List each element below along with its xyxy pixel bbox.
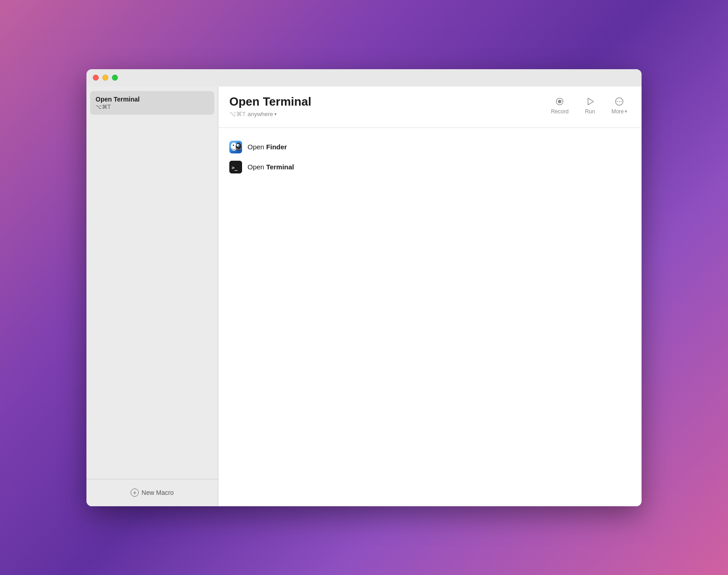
app-window: Open Terminal ⌥⌘T + New Macro Open Termi…: [86, 69, 642, 506]
maximize-button[interactable]: [112, 75, 118, 81]
sidebar-footer: + New Macro: [86, 479, 218, 506]
sidebar-item-shortcut: ⌥⌘T: [96, 104, 209, 110]
record-icon: [555, 97, 565, 107]
macro-title-area: Open Terminal ⌥⌘T anywhere ▾: [229, 95, 311, 117]
main-header: Open Terminal ⌥⌘T anywhere ▾: [218, 87, 642, 128]
macro-title: Open Terminal: [229, 95, 311, 109]
more-label: More: [612, 108, 624, 115]
svg-point-6: [621, 101, 622, 102]
close-button[interactable]: [93, 75, 99, 81]
svg-point-1: [558, 100, 561, 103]
plus-circle-icon: +: [131, 488, 139, 497]
minimize-button[interactable]: [102, 75, 108, 81]
svg-point-4: [617, 101, 618, 102]
svg-point-5: [619, 101, 620, 102]
run-button[interactable]: Run: [581, 95, 599, 117]
record-label: Record: [551, 108, 569, 115]
svg-text:>_: >_: [232, 165, 238, 171]
sidebar-list: Open Terminal ⌥⌘T: [86, 87, 218, 479]
svg-point-13: [238, 144, 239, 146]
step-open-finder[interactable]: Open Finder: [229, 137, 631, 157]
run-icon: [585, 97, 595, 107]
sidebar-item-name: Open Terminal: [96, 96, 209, 103]
terminal-icon: >_: [229, 161, 242, 173]
finder-icon: [229, 141, 242, 153]
more-icon: [614, 97, 624, 107]
chevron-down-icon: ▾: [274, 112, 277, 117]
new-macro-button[interactable]: + New Macro: [124, 485, 180, 500]
sidebar: Open Terminal ⌥⌘T + New Macro: [86, 87, 218, 506]
steps-area: Open Finder >_ Open Terminal: [218, 128, 642, 506]
anywhere-label: anywhere: [248, 111, 273, 117]
header-actions: Record Run: [547, 95, 631, 122]
finder-app-icon: [229, 141, 242, 153]
step-open-terminal[interactable]: >_ Open Terminal: [229, 157, 631, 177]
terminal-app-icon: >_: [229, 161, 242, 173]
more-chevron-icon: ▾: [625, 109, 627, 114]
anywhere-dropdown[interactable]: anywhere ▾: [248, 111, 277, 117]
step-terminal-label: Open Terminal: [248, 163, 294, 171]
window-body: Open Terminal ⌥⌘T + New Macro Open Termi…: [86, 87, 642, 506]
svg-marker-2: [588, 98, 593, 105]
record-button[interactable]: Record: [547, 95, 572, 117]
new-macro-label: New Macro: [142, 489, 174, 496]
macro-shortcut-display: ⌥⌘T: [229, 111, 246, 117]
svg-point-11: [233, 144, 234, 146]
step-finder-label: Open Finder: [248, 143, 287, 151]
macro-subtitle: ⌥⌘T anywhere ▾: [229, 111, 311, 117]
traffic-lights: [93, 75, 118, 81]
sidebar-item-open-terminal[interactable]: Open Terminal ⌥⌘T: [90, 91, 214, 115]
more-button[interactable]: More ▾: [608, 95, 631, 117]
title-bar: [86, 69, 642, 87]
run-label: Run: [585, 108, 595, 115]
main-header-top: Open Terminal ⌥⌘T anywhere ▾: [229, 95, 631, 122]
main-content: Open Terminal ⌥⌘T anywhere ▾: [218, 87, 642, 506]
